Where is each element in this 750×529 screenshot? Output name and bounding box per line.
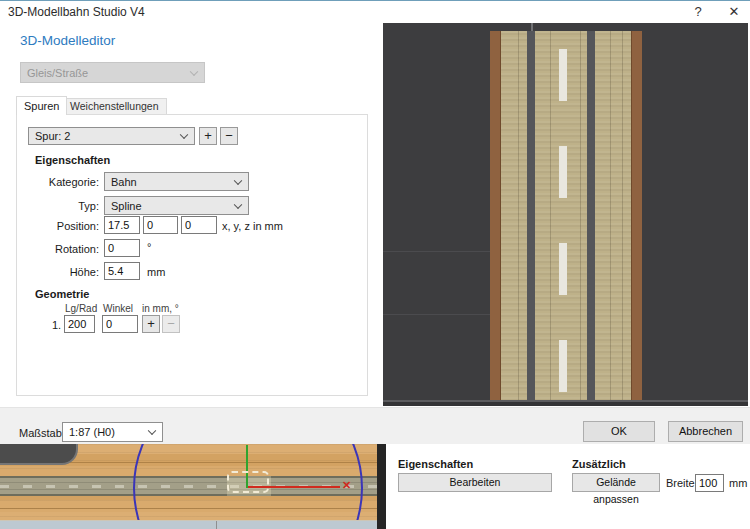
geometry-col-winkel: Winkel: [103, 303, 133, 314]
breite-field[interactable]: [695, 474, 724, 492]
gelaende-anpassen-button[interactable]: Gelände anpassen: [572, 473, 660, 492]
ok-button[interactable]: OK: [583, 421, 655, 442]
road-center-line: [559, 31, 567, 401]
model-preview-viewport[interactable]: [383, 23, 748, 406]
hoehe-field[interactable]: [104, 262, 140, 280]
help-icon[interactable]: ?: [684, 2, 712, 22]
geometry-row-index: 1.: [52, 319, 61, 331]
close-icon[interactable]: ✕: [720, 2, 748, 22]
chevron-down-icon: [234, 200, 242, 208]
geometry-winkel-field[interactable]: [102, 315, 138, 333]
massstab-label: Maßstab:: [19, 427, 65, 439]
massstab-value: 1:87 (H0): [69, 426, 115, 438]
x-axis-marker-icon[interactable]: ✕: [342, 479, 351, 492]
kategorie-label: Kategorie:: [0, 176, 99, 188]
position-unit-label: x, y, z in mm: [222, 220, 283, 232]
geometry-col-unit: in mm, °: [142, 303, 179, 314]
road-edge-right: [631, 31, 642, 401]
typ-select[interactable]: Spline: [104, 196, 249, 215]
bearbeiten-button[interactable]: Bearbeiten: [398, 473, 552, 492]
chevron-down-icon: [190, 67, 198, 75]
preview-ground-edge: [383, 402, 748, 406]
selection-brackets: [227, 471, 269, 493]
object-type-value: Gleis/Straße: [27, 67, 88, 79]
preview-ground-line: [383, 400, 748, 402]
massstab-select[interactable]: 1:87 (H0): [62, 422, 163, 442]
position-label: Position:: [0, 220, 99, 232]
position-x-field[interactable]: [104, 216, 140, 234]
chevron-down-icon: [234, 176, 242, 184]
preview-grid-line: [383, 314, 490, 315]
geometry-lgrad-field[interactable]: [64, 315, 95, 333]
remove-spur-button[interactable]: −: [220, 127, 238, 145]
tab-spuren-label: Spuren: [24, 100, 59, 112]
road-texture-line: [610, 31, 611, 401]
road-groove: [527, 31, 535, 401]
road-texture-line: [622, 31, 623, 401]
layout-3d-scene[interactable]: ✕: [0, 444, 377, 529]
viewport-edge: [377, 444, 386, 529]
road-model: [490, 31, 642, 401]
bottom-properties-panel: Eigenschaften Bearbeiten Zusätzlich Gelä…: [386, 444, 750, 529]
hoehe-unit-label: mm: [147, 266, 165, 278]
window-title: 3D-Modellbahn Studio V4: [8, 5, 145, 19]
geometry-heading: Geometrie: [35, 288, 89, 300]
position-y-field[interactable]: [143, 216, 178, 234]
chevron-down-icon: [148, 427, 156, 435]
hoehe-label: Höhe:: [0, 266, 99, 278]
chevron-down-icon: [180, 131, 188, 139]
tab-weichenstellungen-label: Weichenstellungen: [70, 100, 159, 112]
rotation-unit-label: °: [147, 241, 151, 253]
remove-geometry-button: −: [162, 315, 180, 333]
rotation-field[interactable]: [104, 239, 140, 257]
modeleditor-dialog: 3D-Modellbahn Studio V4 ? ✕ 3D-Modelledi…: [0, 0, 750, 529]
page-title: 3D-Modelleditor: [20, 33, 115, 48]
preview-grid-line: [383, 251, 490, 252]
typ-label: Typ:: [0, 200, 99, 212]
kategorie-select[interactable]: Bahn: [104, 172, 249, 191]
properties-heading: Eigenschaften: [35, 154, 110, 166]
dark-object: [0, 444, 78, 465]
rotation-label: Rotation:: [0, 243, 99, 255]
baseboard-edge-strip: [0, 520, 377, 529]
kategorie-value: Bahn: [111, 176, 137, 188]
breite-label: Breite:: [666, 477, 698, 489]
road-groove: [587, 31, 595, 401]
cancel-button[interactable]: Abbrechen: [668, 421, 743, 442]
dialog-footer: Maßstab: 1:87 (H0) OK Abbrechen: [0, 407, 750, 444]
road-texture-line: [550, 31, 551, 401]
road-texture-line: [580, 31, 581, 401]
zusaetzlich-heading: Zusätzlich: [572, 458, 626, 470]
breite-unit-label: mm: [729, 477, 747, 489]
typ-value: Spline: [111, 200, 142, 212]
tab-weichenstellungen[interactable]: Weichenstellungen: [62, 98, 167, 114]
position-z-field[interactable]: [181, 216, 217, 234]
add-spur-button[interactable]: +: [199, 127, 217, 145]
title-bar: 3D-Modellbahn Studio V4 ? ✕: [0, 1, 750, 23]
object-type-select: Gleis/Straße: [20, 62, 205, 83]
tab-spuren[interactable]: Spuren: [16, 96, 67, 115]
spur-select[interactable]: Spur: 2: [28, 127, 195, 145]
strip-divider-line: [216, 521, 217, 529]
spur-select-value: Spur: 2: [35, 130, 70, 142]
eigenschaften-heading: Eigenschaften: [398, 458, 473, 470]
road-texture-line: [518, 31, 519, 401]
geometry-col-lgrad: Lg/Rad: [65, 303, 97, 314]
road-edge-left: [490, 31, 501, 401]
add-geometry-button[interactable]: +: [142, 315, 160, 333]
